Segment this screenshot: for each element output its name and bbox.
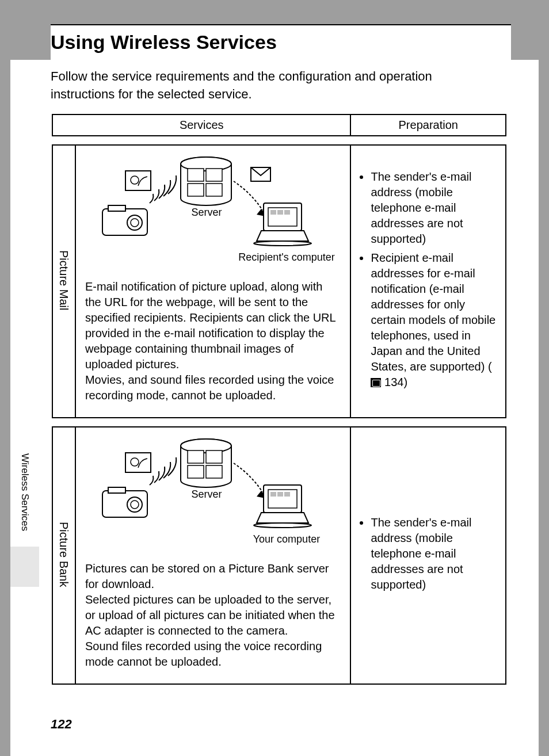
camera-icon: [102, 205, 147, 235]
service-description: Pictures can be stored on a Picture Bank…: [85, 561, 341, 670]
intro-text: Follow the service requirements and the …: [51, 68, 500, 104]
diagram-picture-bank: Server Your computer: [85, 438, 341, 553]
page-number: 122: [51, 717, 72, 732]
service-cell: Server Recipient's computer E-mail notif…: [75, 145, 351, 418]
col-services: Services: [52, 114, 350, 136]
preparation-cell: The sender's e-mail address (mobile tele…: [350, 145, 506, 418]
envelope-icon: [251, 167, 270, 181]
target-label: Your computer: [241, 533, 333, 545]
svg-rect-36: [277, 492, 283, 497]
photo-icon: [125, 453, 151, 472]
target-label: Recipient's computer: [229, 251, 344, 264]
svg-point-3: [131, 219, 139, 227]
photo-icon: [125, 171, 151, 190]
server-label: Server: [186, 207, 227, 219]
server-icon: [181, 157, 231, 205]
svg-rect-18: [284, 210, 290, 215]
row-label-picture-mail: Picture Mail: [52, 145, 75, 418]
svg-rect-35: [270, 492, 276, 497]
svg-point-38: [254, 523, 311, 528]
svg-rect-30: [188, 465, 204, 478]
svg-rect-11: [206, 184, 222, 196]
svg-point-5: [131, 176, 139, 184]
svg-rect-8: [188, 169, 204, 181]
svg-rect-29: [206, 450, 222, 463]
col-preparation: Preparation: [350, 114, 506, 136]
header: Using Wireless Services: [51, 24, 511, 61]
service-description: E-mail notification of picture upload, a…: [85, 279, 341, 403]
svg-point-23: [131, 501, 139, 509]
svg-rect-16: [270, 210, 276, 215]
table-header-row: Services Preparation: [52, 114, 506, 136]
services-table: Services Preparation Picture Mail: [52, 114, 506, 685]
preparation-cell: The sender's e-mail address (mobile tele…: [350, 427, 506, 684]
row-label-picture-bank: Picture Bank: [52, 427, 75, 684]
wireless-icon: [150, 457, 176, 485]
reference-icon: [371, 378, 381, 387]
manual-page: Using Wireless Services Follow the servi…: [10, 0, 539, 756]
section-tab-marker: [10, 547, 39, 587]
table-row: Picture Mail: [52, 145, 506, 418]
server-label: Server: [186, 488, 227, 501]
svg-rect-9: [206, 169, 222, 181]
svg-rect-31: [206, 465, 222, 478]
svg-rect-21: [108, 487, 125, 493]
service-cell: Server Your computer Pictures can be sto…: [75, 427, 351, 684]
prep-item: The sender's e-mail address (mobile tele…: [371, 515, 497, 593]
page-title: Using Wireless Services: [51, 31, 511, 54]
svg-point-25: [131, 458, 139, 466]
svg-rect-10: [188, 184, 204, 196]
wireless-icon: [150, 175, 176, 203]
svg-point-19: [254, 241, 311, 246]
prep-item: The sender's e-mail address (mobile tele…: [371, 169, 497, 247]
camera-icon: [102, 487, 147, 517]
svg-rect-1: [108, 205, 125, 211]
section-tab: Wireless Services: [10, 441, 39, 544]
diagram-picture-mail: Server Recipient's computer: [85, 156, 341, 271]
server-icon: [181, 439, 231, 487]
svg-rect-37: [284, 492, 290, 497]
svg-rect-28: [188, 450, 204, 463]
svg-rect-17: [277, 210, 283, 215]
prep-item: Recipient e-mail addresses for e-mail no…: [371, 250, 497, 390]
table-row: Picture Bank: [52, 427, 506, 684]
